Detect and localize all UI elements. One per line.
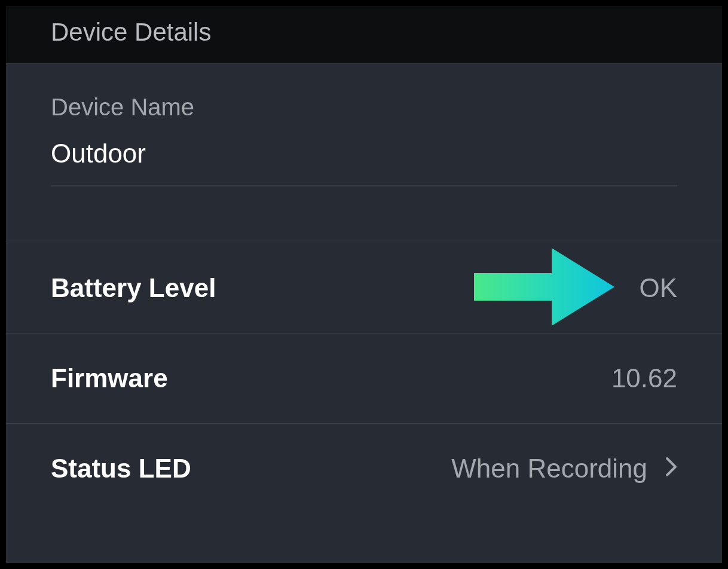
status-led-value: When Recording [451, 454, 647, 484]
status-led-value-group: When Recording [451, 454, 677, 484]
firmware-value: 10.62 [611, 363, 677, 393]
battery-level-label: Battery Level [51, 273, 216, 303]
firmware-label: Firmware [51, 363, 168, 393]
header-title: Device Details [51, 18, 722, 47]
device-name-label: Device Name [6, 64, 722, 127]
svg-marker-0 [474, 248, 614, 326]
status-led-row[interactable]: Status LED When Recording [6, 424, 722, 513]
content: Device Name Outdoor Battery Level [6, 64, 722, 513]
device-name-value[interactable]: Outdoor [6, 127, 722, 185]
firmware-row: Firmware 10.62 [6, 334, 722, 424]
chevron-right-icon [665, 455, 677, 482]
battery-level-row: Battery Level OK [6, 243, 722, 334]
arrow-right-icon [474, 248, 614, 328]
firmware-value-group: 10.62 [611, 363, 677, 393]
battery-level-value: OK [639, 273, 677, 303]
status-led-label: Status LED [51, 454, 191, 484]
header: Device Details [6, 6, 722, 64]
spacer [6, 186, 722, 243]
battery-level-value-group: OK [639, 273, 677, 303]
device-details-panel: Device Details Device Name Outdoor Batte… [6, 6, 722, 563]
